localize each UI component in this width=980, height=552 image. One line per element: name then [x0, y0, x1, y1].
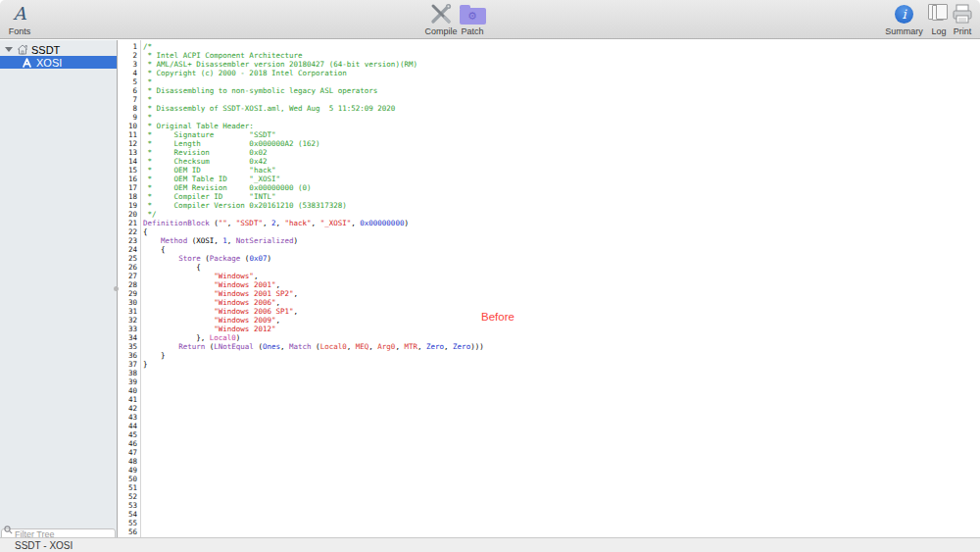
- code-line: * OEM Revision 0x00000000 (0): [143, 183, 980, 192]
- code-line: "Windows 2009",: [143, 316, 980, 325]
- maciasl-window: A Fonts Compile ⚙ Pa: [0, 0, 980, 552]
- code-line: Store (Package (0x07): [143, 254, 980, 263]
- splitter-handle[interactable]: [114, 286, 119, 291]
- tree-item-label: XOSI: [36, 57, 62, 69]
- line-number: 35: [119, 342, 137, 351]
- line-number: 25: [119, 254, 137, 263]
- print-button-label: Print: [948, 26, 977, 36]
- summary-button[interactable]: i Summary: [883, 2, 925, 36]
- code-line: * Intel ACPI Component Architecture: [143, 51, 980, 60]
- code-line: "Windows 2006 SP1",: [143, 307, 980, 316]
- line-number: 32: [119, 316, 137, 325]
- status-text: SSDT - XOSI: [15, 540, 73, 551]
- line-number: 56: [119, 527, 137, 536]
- line-number: 7: [119, 95, 137, 104]
- line-number: 26: [119, 263, 137, 272]
- line-number: 8: [119, 104, 137, 113]
- code-line: */: [143, 210, 980, 219]
- code-line: "Windows 2001",: [143, 280, 980, 289]
- code-line: * Disassembly of SSDT-XOSI.aml, Wed Aug …: [143, 104, 980, 113]
- code-line: [143, 395, 980, 404]
- code-line: * Compiler Version 0x20161210 (538317328…: [143, 201, 980, 210]
- code-line: [143, 527, 980, 536]
- disclosure-triangle-icon[interactable]: [5, 47, 13, 52]
- line-number: 29: [119, 289, 137, 298]
- summary-button-label: Summary: [883, 26, 925, 36]
- code-line: Method (XOSI, 1, NotSerialized): [143, 236, 980, 245]
- code-line: DefinitionBlock ("", "SSDT", 2, "hack", …: [143, 219, 980, 227]
- code-line: * Compiler ID "INTL": [143, 192, 980, 201]
- line-number: 53: [119, 501, 137, 510]
- main-area: SSDT XOSI: [0, 40, 980, 537]
- code-line: [143, 386, 980, 395]
- line-number: 21: [119, 219, 137, 227]
- line-number: 18: [119, 192, 137, 201]
- code-line: * Signature "SSDT": [143, 130, 980, 139]
- line-number: 55: [119, 519, 137, 527]
- printer-icon: [952, 4, 973, 25]
- line-number: 20: [119, 210, 137, 219]
- line-number: 16: [119, 175, 137, 183]
- line-number: 40: [119, 386, 137, 395]
- code-area[interactable]: /* * Intel ACPI Component Architecture *…: [141, 40, 980, 537]
- line-number: 22: [119, 227, 137, 236]
- line-number: 47: [119, 448, 137, 457]
- line-number: 23: [119, 236, 137, 245]
- code-line: [143, 492, 980, 501]
- line-number: 2: [119, 51, 137, 60]
- line-number: 43: [119, 413, 137, 422]
- compile-tools-icon: [428, 3, 454, 25]
- code-line: * OEM ID "hack": [143, 166, 980, 175]
- line-number: 33: [119, 325, 137, 333]
- fonts-icon: A: [14, 3, 26, 25]
- code-editor[interactable]: 1234567891011121314151617181920212223242…: [119, 40, 980, 537]
- code-line: [143, 439, 980, 448]
- table-tree: SSDT XOSI: [0, 40, 117, 69]
- print-button[interactable]: Print: [948, 2, 977, 36]
- line-number: 13: [119, 148, 137, 157]
- compile-button[interactable]: Compile: [420, 2, 462, 36]
- line-number: 51: [119, 483, 137, 492]
- fonts-button[interactable]: A Fonts: [3, 2, 36, 36]
- code-line: Return (LNotEqual (Ones, Match (Local0, …: [143, 342, 980, 351]
- line-number: 6: [119, 86, 137, 95]
- code-line: [143, 422, 980, 430]
- code-line: "Windows",: [143, 272, 980, 280]
- code-line: {: [143, 227, 980, 236]
- patch-button[interactable]: ⚙ Patch: [457, 2, 488, 36]
- line-number: 34: [119, 333, 137, 342]
- code-line: "Windows 2001 SP2",: [143, 289, 980, 298]
- line-number: 39: [119, 377, 137, 386]
- info-icon: i: [895, 5, 913, 24]
- code-line: [143, 510, 980, 519]
- code-line: * Revision 0x02: [143, 148, 980, 157]
- code-line: * Length 0x000000A2 (162): [143, 139, 980, 148]
- line-number: 24: [119, 245, 137, 254]
- line-number: 19: [119, 201, 137, 210]
- code-line: * OEM Table ID "_XOSI": [143, 175, 980, 183]
- code-line: [143, 430, 980, 439]
- line-number: 46: [119, 439, 137, 448]
- code-line: {: [143, 245, 980, 254]
- code-line: *: [143, 95, 980, 104]
- toolbar: A Fonts Compile ⚙ Pa: [0, 0, 980, 39]
- code-line: [143, 369, 980, 377]
- code-line: }, Local0): [143, 333, 980, 342]
- tree-item-ssdt[interactable]: SSDT: [0, 43, 117, 56]
- line-number: 36: [119, 351, 137, 360]
- line-number: 52: [119, 492, 137, 501]
- code-line: * Checksum 0x42: [143, 157, 980, 166]
- line-number: 50: [119, 475, 137, 483]
- code-line: [143, 413, 980, 422]
- line-number: 31: [119, 307, 137, 316]
- fonts-button-label: Fonts: [3, 26, 36, 36]
- tree-item-xosi[interactable]: XOSI: [0, 56, 117, 69]
- status-bar: SSDT - XOSI: [0, 537, 980, 552]
- line-number: 28: [119, 280, 137, 289]
- line-number: 12: [119, 139, 137, 148]
- code-line: [143, 483, 980, 492]
- line-number-gutter: 1234567891011121314151617181920212223242…: [119, 40, 141, 537]
- line-number: 15: [119, 166, 137, 175]
- code-line: [143, 457, 980, 466]
- line-number: 14: [119, 157, 137, 166]
